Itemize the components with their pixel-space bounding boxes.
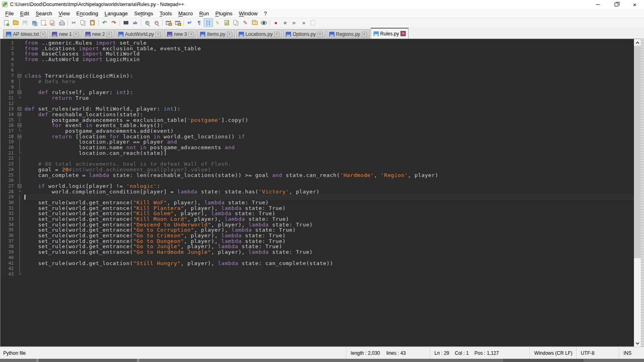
menu-view[interactable]: View — [56, 10, 73, 17]
fold-collapse-icon[interactable] — [18, 107, 21, 111]
replace-button[interactable]: ab — [130, 19, 140, 27]
run-macro-multiple-times-button[interactable]: » — [299, 19, 308, 27]
code-text[interactable]: def rule(self, player: int): — [23, 90, 634, 95]
find-button[interactable] — [121, 19, 130, 27]
redo-button[interactable]: ↷ — [109, 19, 118, 27]
code-text[interactable]: set_rule(world.get_entrance("Go to Hardm… — [23, 249, 634, 255]
code-text[interactable]: set_rule(world.get_entrance("Go to Corru… — [23, 227, 634, 233]
code-text[interactable]: set_rule(world.get_entrance("Descend to … — [23, 222, 634, 228]
tab-close-new-1[interactable]: × — [74, 32, 79, 37]
fold-collapse-icon[interactable] — [18, 184, 21, 188]
tab-close-locations-py[interactable]: × — [274, 32, 279, 37]
code-text[interactable]: from .Locations import exclusion_table, … — [23, 46, 634, 51]
scroll-down-button[interactable] — [634, 340, 641, 347]
editor-pane[interactable]: 1from ..generic.Rules import set_rule2fr… — [0, 39, 634, 347]
restore-button[interactable] — [607, 0, 625, 9]
undo-button[interactable]: ↶ — [100, 19, 109, 27]
code-text[interactable]: set_rule(world.get_entrance("Kill Plante… — [23, 206, 634, 211]
menu-settings[interactable]: Settings — [131, 10, 157, 17]
window-resize-border[interactable] — [641, 39, 644, 347]
function-completion-button[interactable]: ϟ — [213, 19, 222, 27]
tab-close-regions-py[interactable]: × — [362, 32, 367, 37]
code-text[interactable] — [23, 178, 634, 183]
code-text[interactable]: def set_rules(world: MultiWorld, player:… — [23, 106, 634, 112]
code-text[interactable]: if world.logic[player] != 'nologic': — [23, 183, 634, 189]
scrollbar-thumb[interactable] — [634, 46, 641, 258]
menu-window[interactable]: Window — [236, 10, 261, 17]
code-text[interactable] — [23, 266, 634, 272]
code-text[interactable] — [23, 84, 634, 90]
stop-recording-button[interactable]: ■ — [281, 19, 290, 27]
code-text[interactable]: from ..generic.Rules import set_rule — [23, 40, 634, 46]
tab-new-3[interactable]: new 3× — [164, 29, 196, 39]
code-text[interactable]: postgame_advancements = exclusion_table[… — [23, 117, 634, 123]
code-text[interactable]: set_rule(world.get_entrance("Kill Moon L… — [23, 216, 634, 222]
code-text[interactable]: def reachable_locations(state): — [23, 112, 634, 117]
menu-edit[interactable]: Edit — [17, 10, 32, 17]
show-all-characters-button[interactable]: ¶ — [194, 19, 204, 27]
tab-regions-py[interactable]: Regions.py× — [326, 29, 370, 39]
tab-close-rules-py[interactable]: × — [400, 31, 406, 36]
menu-macro[interactable]: Macro — [175, 10, 196, 17]
minimize-button[interactable] — [588, 0, 607, 9]
print-button[interactable] — [57, 19, 66, 27]
tab-close-ap-ideas-txt[interactable]: × — [40, 32, 45, 37]
copy-button[interactable] — [78, 19, 88, 27]
code-text[interactable]: location.player == player and — [23, 139, 634, 145]
tab-close-autoworld-py[interactable]: × — [155, 32, 161, 37]
code-text[interactable]: # 88 total achievements. Goal is to defe… — [23, 161, 634, 167]
scrollbar-track[interactable] — [634, 258, 641, 340]
edit-popup-button[interactable]: ✎ — [241, 19, 250, 27]
code-text[interactable]: set_rule(world.get_entrance("Kill WoF", … — [23, 200, 634, 206]
code-text[interactable]: from BaseClasses import MultiWorld — [23, 51, 634, 57]
tab-close-new-3[interactable]: × — [188, 32, 194, 37]
fold-collapse-icon[interactable] — [18, 74, 21, 78]
code-text[interactable] — [23, 101, 634, 107]
menu-plugins[interactable]: Plugins — [212, 10, 236, 17]
code-text[interactable] — [23, 156, 634, 161]
close-all-files-button[interactable]: × — [48, 19, 57, 27]
code-text[interactable] — [23, 255, 634, 261]
tab-autoworld-py[interactable]: AutoWorld.py× — [116, 29, 164, 39]
code-text[interactable] — [23, 272, 634, 277]
open-file-button[interactable] — [11, 19, 20, 27]
cut-button[interactable]: ✂ — [69, 19, 78, 27]
code-text[interactable]: goal = 20#int(world.achievement_goal[pla… — [23, 167, 634, 173]
menu-help[interactable]: ? — [261, 10, 270, 17]
tab-new-2[interactable]: new 2× — [83, 29, 115, 39]
tab-new-1[interactable]: new 1× — [49, 29, 81, 39]
menu-encoding[interactable]: Encoding — [73, 10, 101, 17]
code-text[interactable]: # Defs here — [23, 79, 634, 84]
fold-collapse-icon[interactable] — [18, 90, 21, 94]
save-all-button[interactable] — [29, 19, 39, 27]
code-text[interactable]: for event in events_table.keys(): — [23, 123, 634, 128]
code-text[interactable] — [23, 68, 634, 73]
paste-button[interactable] — [88, 19, 97, 27]
menu-tools[interactable]: Tools — [157, 10, 175, 17]
code-text[interactable]: set_rule(world.get_entrance("Kill Golem"… — [23, 211, 634, 216]
code-text[interactable]: set_rule(world.get_entrance("Go to Crims… — [23, 233, 634, 239]
code-text[interactable]: return True — [23, 95, 634, 101]
tab-options-py[interactable]: Options.py× — [283, 29, 325, 39]
menu-language[interactable]: Language — [101, 10, 131, 17]
show-indent-guide-button[interactable] — [204, 19, 213, 27]
menu-file[interactable]: File — [2, 10, 17, 17]
code-text[interactable]: postgame_advancements.add(event) — [23, 128, 634, 134]
start-recording-button[interactable]: ● — [271, 19, 281, 27]
code-text[interactable]: location.name not in postgame_advancemen… — [23, 145, 634, 150]
close-file-button[interactable]: × — [39, 19, 48, 27]
folder-as-workspace-button[interactable] — [250, 19, 259, 27]
word-wrap-button[interactable]: ↵ — [185, 19, 194, 27]
synchronize-horizontal-scrolling-button[interactable] — [173, 19, 182, 27]
view-monitoring-button[interactable] — [259, 19, 268, 27]
zoom-out-button[interactable]: − — [152, 19, 161, 27]
code-text[interactable]: can_complete = lambda state: len(reachab… — [23, 173, 634, 178]
zoom-in-button[interactable]: + — [142, 19, 152, 27]
code-text[interactable]: class TerrariaLogic(LogicMixin): — [23, 73, 634, 79]
code-text[interactable] — [23, 62, 634, 68]
save-recorded-macro-button[interactable] — [308, 19, 318, 27]
tab-ap-ideas-txt[interactable]: AP Ideas.txt× — [3, 29, 48, 39]
tab-close-new-2[interactable]: × — [107, 32, 112, 37]
code-text[interactable]: return [location for location in world.g… — [23, 134, 634, 140]
synchronize-vertical-scrolling-button[interactable] — [164, 19, 173, 27]
